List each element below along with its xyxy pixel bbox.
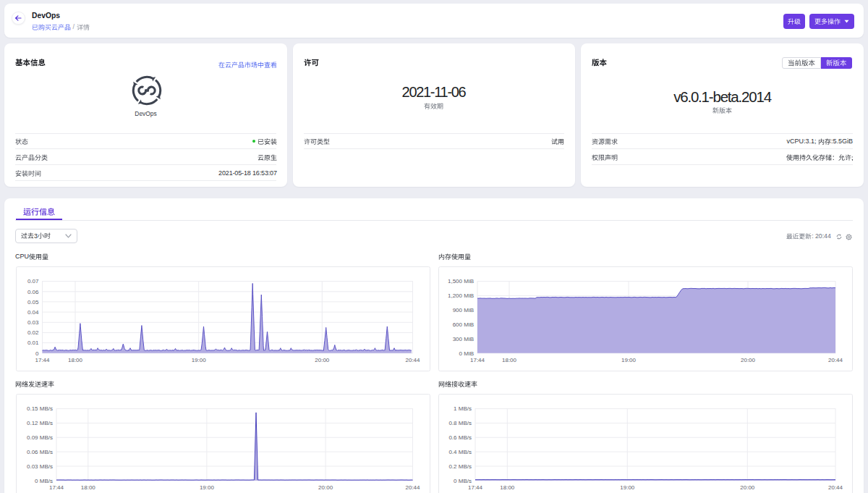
svg-text:20:00: 20:00 <box>315 358 330 364</box>
svg-text:20:44: 20:44 <box>828 358 843 364</box>
svg-text:0.09 MB/s: 0.09 MB/s <box>26 434 52 441</box>
svg-text:0: 0 <box>35 350 39 357</box>
svg-text:0 MB/s: 0 MB/s <box>454 477 472 484</box>
svg-text:1,500 MiB: 1,500 MiB <box>448 279 474 285</box>
svg-text:0.4 MB/s: 0.4 MB/s <box>448 448 472 455</box>
svg-text:0.01: 0.01 <box>27 340 38 347</box>
svg-text:18:00: 18:00 <box>80 484 95 491</box>
svg-text:0.6 MB/s: 0.6 MB/s <box>448 434 472 441</box>
svg-text:20:44: 20:44 <box>405 484 420 491</box>
svg-text:0.12 MB/s: 0.12 MB/s <box>26 420 52 426</box>
svg-text:20:44: 20:44 <box>828 484 843 491</box>
svg-text:1,200 MiB: 1,200 MiB <box>448 293 474 300</box>
svg-text:0.05: 0.05 <box>27 299 38 306</box>
svg-text:20:00: 20:00 <box>740 484 755 491</box>
svg-text:19:00: 19:00 <box>199 484 214 491</box>
svg-text:19:00: 19:00 <box>620 484 635 491</box>
svg-text:18:00: 18:00 <box>500 484 515 491</box>
svg-text:0.06 MB/s: 0.06 MB/s <box>26 448 52 455</box>
svg-text:17:44: 17:44 <box>468 484 483 491</box>
svg-text:0.07: 0.07 <box>27 279 38 285</box>
svg-text:18:00: 18:00 <box>502 358 517 364</box>
svg-text:0.8 MB/s: 0.8 MB/s <box>448 420 472 426</box>
svg-text:600 MiB: 600 MiB <box>453 321 474 328</box>
svg-text:19:00: 19:00 <box>191 358 206 364</box>
svg-text:20:44: 20:44 <box>405 358 420 364</box>
svg-text:17:44: 17:44 <box>48 484 64 491</box>
svg-text:17:44: 17:44 <box>35 358 50 364</box>
svg-text:0.03: 0.03 <box>27 319 38 326</box>
svg-text:20:00: 20:00 <box>318 484 333 491</box>
svg-text:18:00: 18:00 <box>67 358 82 364</box>
svg-text:19:00: 19:00 <box>621 358 637 364</box>
svg-text:0.02: 0.02 <box>27 330 38 337</box>
svg-text:0.06: 0.06 <box>27 289 38 295</box>
svg-text:300 MiB: 300 MiB <box>453 336 474 342</box>
svg-text:0.04: 0.04 <box>27 309 38 316</box>
svg-text:0 MB/s: 0 MB/s <box>35 477 53 484</box>
svg-text:0.03 MB/s: 0.03 MB/s <box>26 463 52 469</box>
svg-text:0.2 MB/s: 0.2 MB/s <box>448 463 472 469</box>
svg-text:17:44: 17:44 <box>470 358 485 364</box>
svg-text:20:00: 20:00 <box>741 358 756 364</box>
svg-text:0.15 MB/s: 0.15 MB/s <box>26 405 52 412</box>
svg-text:900 MiB: 900 MiB <box>453 307 474 313</box>
svg-text:0 MiB: 0 MiB <box>459 350 474 357</box>
svg-text:1 MB/s: 1 MB/s <box>454 405 472 412</box>
